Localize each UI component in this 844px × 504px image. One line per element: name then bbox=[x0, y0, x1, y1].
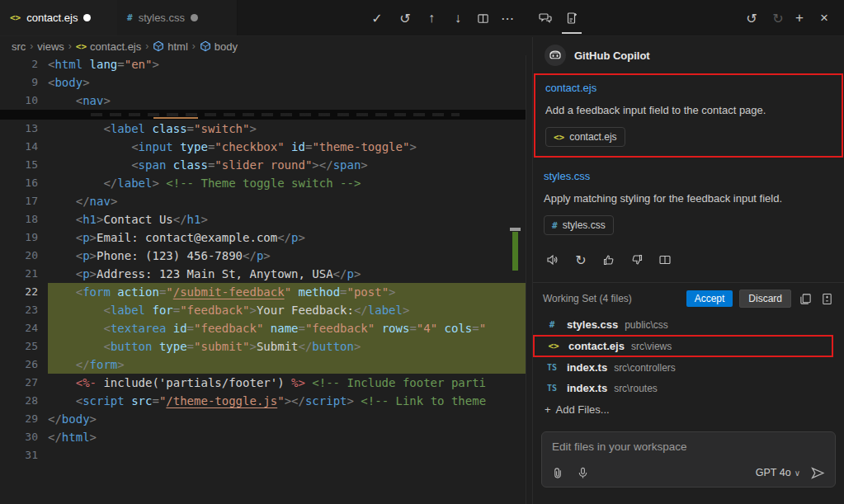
code-line[interactable]: 16 </label> <!-- Theme toggle switch --> bbox=[0, 174, 532, 192]
model-picker[interactable]: GPT 4o ∨ bbox=[756, 467, 800, 478]
code-line[interactable]: 26 </form> bbox=[0, 356, 532, 374]
split-editor-icon[interactable] bbox=[474, 9, 492, 27]
file-chip-styles-css[interactable]: # styles.css bbox=[544, 215, 614, 235]
symbol-element-icon bbox=[153, 40, 164, 52]
new-session-icon[interactable]: + bbox=[790, 9, 809, 27]
code-line[interactable]: 18 <h1>Contact Us</h1> bbox=[0, 210, 532, 228]
more-actions-icon[interactable]: ⋯ bbox=[498, 9, 516, 27]
ts-file-icon: TS bbox=[544, 363, 560, 372]
line-number: 17 bbox=[0, 192, 38, 210]
code-text: <label for="feedback">Your Feedback:</la… bbox=[48, 301, 526, 319]
line-number: 25 bbox=[0, 337, 38, 356]
line-number: 14 bbox=[0, 138, 38, 156]
code-line[interactable]: 21 <p>Address: 123 Main St, Anytown, USA… bbox=[0, 265, 532, 283]
code-text: <%- include('partials/footer') %> <!-- I… bbox=[48, 374, 526, 392]
working-set-file-contact-ejs[interactable]: <>contact.ejssrc\views bbox=[533, 335, 833, 357]
redo-icon[interactable]: ↻ bbox=[769, 9, 787, 27]
code-line[interactable]: 10 <nav> bbox=[0, 92, 532, 110]
modified-dot[interactable] bbox=[191, 14, 198, 21]
working-set-file-index-ts[interactable]: TSindex.tssrc\routes bbox=[533, 378, 844, 398]
copilot-panel-header: GitHub Copilot bbox=[533, 37, 844, 71]
modified-dot[interactable] bbox=[83, 14, 91, 21]
code-line[interactable]: 17 </nav> bbox=[0, 192, 532, 210]
working-set-file-index-ts[interactable]: TSindex.tssrc\controllers bbox=[533, 357, 844, 378]
code-line[interactable]: 23 <label for="feedback">Your Feedback:<… bbox=[0, 301, 532, 319]
file-link-contact-ejs[interactable]: contact.ejs bbox=[545, 82, 832, 94]
file-chip-contact-ejs[interactable]: <> contact.ejs bbox=[545, 127, 625, 147]
ejs-file-icon: <> bbox=[545, 341, 562, 351]
code-text: <h1>Contact Us</h1> bbox=[48, 210, 526, 228]
working-set-files: #styles.csspublic\css<>contact.ejssrc\vi… bbox=[533, 314, 844, 398]
obscured-code bbox=[0, 110, 526, 120]
code-line[interactable]: 31 bbox=[0, 446, 532, 464]
line-number: 31 bbox=[0, 446, 38, 464]
copilot-logo-icon bbox=[545, 45, 566, 66]
code-line[interactable]: 15 <span class="slider round"></span> bbox=[0, 156, 532, 174]
attach-icon[interactable] bbox=[550, 465, 565, 480]
tab-contact-ejs[interactable]: <> contact.ejs bbox=[0, 0, 117, 35]
breadcrumb-item-file[interactable]: <> contact.ejs bbox=[76, 40, 141, 53]
discard-changes-icon[interactable]: ↺ bbox=[396, 9, 414, 27]
breadcrumb-item-html[interactable]: html bbox=[153, 40, 188, 53]
response-actions: ↻ bbox=[533, 235, 844, 268]
undo-icon[interactable]: ↺ bbox=[743, 9, 761, 27]
css-file-icon: # bbox=[127, 12, 133, 23]
code-line[interactable]: 24 <textarea id="feedback" name="feedbac… bbox=[0, 319, 532, 337]
retry-icon[interactable]: ↻ bbox=[573, 252, 589, 268]
code-line[interactable]: 20 <p>Phone: (123) 456-7890</p> bbox=[0, 247, 532, 265]
code-line[interactable]: 19 <p>Email: contact@example.com</p> bbox=[0, 228, 532, 247]
code-line[interactable]: 27 <%- include('partials/footer') %> <!-… bbox=[0, 374, 532, 392]
tab-styles-css[interactable]: # styles.css bbox=[117, 0, 238, 35]
code-line[interactable]: 9<body> bbox=[0, 73, 532, 92]
file-name: index.ts bbox=[567, 382, 607, 394]
chat-input[interactable]: Edit files in your workspace GPT 4o ∨ bbox=[541, 431, 836, 488]
thumbs-up-icon[interactable] bbox=[601, 252, 617, 268]
send-icon[interactable] bbox=[810, 465, 825, 480]
add-files-button[interactable]: + Add Files... bbox=[533, 398, 844, 416]
line-number: 21 bbox=[0, 265, 38, 283]
line-number: 24 bbox=[0, 319, 38, 337]
ejs-file-icon: <> bbox=[76, 41, 87, 52]
save-all-icon[interactable] bbox=[798, 291, 813, 306]
code-lines: 2<html lang="en">9<body>10 <nav>13 <labe… bbox=[0, 55, 532, 464]
scrollbar-track-line bbox=[526, 55, 526, 504]
code-line[interactable]: 13 <label class="switch"> bbox=[0, 120, 532, 138]
breadcrumb-item[interactable]: views bbox=[37, 40, 64, 53]
comments-icon[interactable] bbox=[536, 9, 554, 27]
working-set-file-styles-css[interactable]: #styles.csspublic\css bbox=[533, 314, 844, 335]
accept-button[interactable]: Accept bbox=[686, 290, 733, 307]
previous-change-icon[interactable]: ↑ bbox=[422, 9, 441, 27]
code-line[interactable]: 25 <button type="submit">Submit</button> bbox=[0, 337, 532, 356]
line-number: 15 bbox=[0, 156, 38, 174]
code-text: </nav> bbox=[48, 192, 526, 210]
code-line[interactable]: 28 <script src="/theme-toggle.js"></scri… bbox=[0, 392, 532, 410]
close-icon[interactable]: × bbox=[815, 9, 833, 27]
code-text: <script src="/theme-toggle.js"></script>… bbox=[48, 392, 526, 410]
code-line[interactable]: 2<html lang="en"> bbox=[0, 55, 532, 73]
code-line[interactable]: 14 <input type="checkbox" id="theme-togg… bbox=[0, 138, 532, 156]
code-line[interactable]: 30</html> bbox=[0, 428, 532, 446]
compare-changes-icon[interactable] bbox=[819, 291, 834, 306]
discard-button[interactable]: Discard bbox=[739, 290, 791, 308]
line-number: 13 bbox=[0, 120, 38, 138]
code-editor[interactable]: 2<html lang="en">9<body>10 <nav>13 <labe… bbox=[0, 55, 532, 504]
breadcrumb-item[interactable]: src bbox=[12, 40, 26, 53]
response-text: Apply matching styling for the feedback … bbox=[544, 192, 833, 205]
accept-changes-icon[interactable]: ✓ bbox=[368, 9, 386, 27]
line-number: 22 bbox=[0, 283, 38, 301]
report-issue-icon[interactable] bbox=[657, 252, 673, 268]
microphone-icon[interactable] bbox=[575, 465, 590, 480]
copilot-edits-icon[interactable] bbox=[563, 9, 581, 27]
code-obscured-line[interactable] bbox=[0, 110, 532, 120]
code-text: </form> bbox=[48, 356, 526, 374]
breadcrumb-item-body[interactable]: body bbox=[200, 40, 238, 53]
scrollbar-thumb-cap[interactable] bbox=[510, 228, 521, 231]
read-aloud-icon[interactable] bbox=[545, 252, 561, 268]
code-line[interactable]: 22 <form action="/submit-feedback" metho… bbox=[0, 283, 532, 301]
working-set-label: Working Set (4 files) bbox=[543, 293, 680, 304]
code-line[interactable]: 29</body> bbox=[0, 410, 532, 428]
next-change-icon[interactable]: ↓ bbox=[449, 9, 467, 27]
thumbs-down-icon[interactable] bbox=[629, 252, 645, 268]
file-link-styles-css[interactable]: styles.css bbox=[544, 170, 833, 182]
code-text: <form action="/submit-feedback" method="… bbox=[48, 283, 526, 301]
